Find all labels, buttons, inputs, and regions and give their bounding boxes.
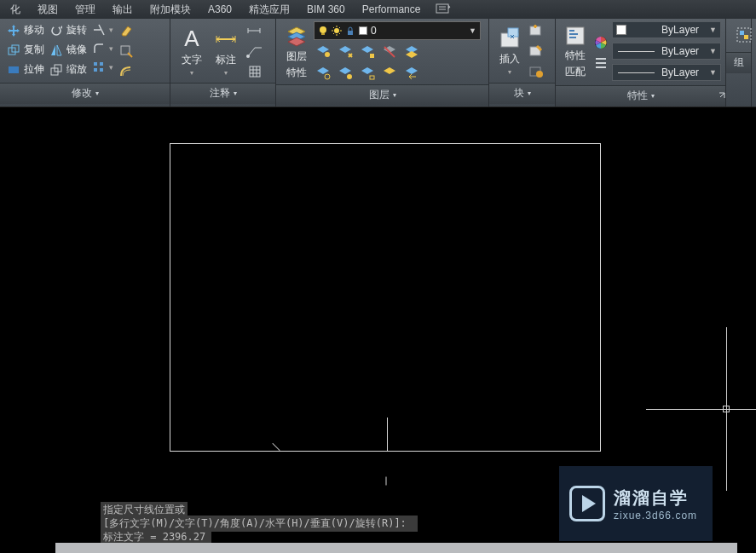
- chevron-down-icon: ▾: [190, 69, 193, 77]
- play-icon: [569, 486, 605, 521]
- leader-icon[interactable]: [245, 42, 264, 60]
- group-icon: [735, 23, 753, 49]
- mirror-label: 镜像: [66, 43, 87, 57]
- chevron-down-icon: ▼: [709, 68, 717, 77]
- layer-color-swatch: [359, 26, 367, 35]
- chevron-down-icon: ▼: [709, 26, 717, 34]
- properties-icon: [564, 25, 586, 47]
- fillet-button[interactable]: ▾: [90, 40, 115, 57]
- menu-output[interactable]: 输出: [104, 0, 141, 19]
- drawn-rectangle-small: [170, 418, 388, 452]
- mirror-icon: [49, 43, 63, 57]
- svg-rect-20: [370, 54, 374, 58]
- mirror-button[interactable]: 镜像: [48, 41, 89, 59]
- stretch-label: 拉伸: [24, 62, 44, 77]
- menu-manage[interactable]: 管理: [66, 0, 104, 19]
- group-button[interactable]: [731, 21, 756, 50]
- layer-thaw-icon[interactable]: [336, 64, 355, 83]
- rotate-button[interactable]: 旋转: [48, 21, 89, 39]
- layer-iso-icon[interactable]: [314, 43, 332, 61]
- edit-block-icon[interactable]: [527, 42, 545, 60]
- chevron-down-icon: ▼: [709, 47, 717, 55]
- scale-label: 缩放: [66, 62, 87, 77]
- menu-a360[interactable]: A360: [199, 0, 240, 19]
- panel-title-properties[interactable]: 特性▾: [556, 85, 725, 107]
- chevron-down-icon: ▾: [393, 91, 396, 99]
- menu-parametrize[interactable]: 化: [2, 0, 29, 19]
- layer-props-button[interactable]: 图层 特性: [281, 21, 312, 83]
- panel-title-annotate[interactable]: 注释▾: [170, 83, 275, 104]
- move-button[interactable]: 移动: [5, 21, 46, 39]
- layer-label2: 特性: [286, 66, 307, 80]
- array-button[interactable]: ▾: [90, 59, 115, 76]
- panel-title-block[interactable]: 块▾: [489, 83, 555, 104]
- table-icon[interactable]: [245, 62, 264, 81]
- trim-button[interactable]: ▾: [90, 21, 115, 38]
- scale-icon: [49, 63, 63, 77]
- text-icon: A: [179, 26, 205, 51]
- drawing-area[interactable]: 指定尺寸线位置或 [多行文字(M)/文字(T)/角度(A)/水平(H)/垂直(V…: [0, 109, 756, 521]
- lineweight-value: ByLayer: [661, 66, 699, 78]
- linetype-dropdown[interactable]: ByLayer ▼: [612, 43, 721, 60]
- svg-point-29: [536, 71, 543, 78]
- svg-text:A: A: [184, 26, 199, 51]
- menu-addins[interactable]: 附加模块: [141, 0, 199, 19]
- offset-icon[interactable]: [117, 62, 136, 81]
- text-button[interactable]: A 文字 ▾: [176, 21, 208, 81]
- insert-label: 插入: [499, 52, 520, 66]
- copy-button[interactable]: 复制: [5, 41, 46, 59]
- panel-title-modify[interactable]: 修改▾: [0, 83, 170, 104]
- color-dropdown[interactable]: ByLayer ▼: [612, 21, 721, 38]
- svg-rect-31: [569, 30, 574, 32]
- chevron-down-icon: ▾: [224, 69, 228, 77]
- linear-dim-icon[interactable]: [245, 21, 264, 40]
- layer-unlock-icon[interactable]: [358, 64, 377, 83]
- list-icon[interactable]: [592, 54, 610, 72]
- properties-button[interactable]: 特性 匹配: [561, 21, 590, 84]
- chevron-down-icon: ▾: [109, 26, 113, 34]
- layer-on-icon[interactable]: [380, 64, 399, 83]
- menu-performance[interactable]: Performance: [354, 0, 430, 19]
- layer-lock-icon[interactable]: [358, 43, 377, 61]
- svg-rect-16: [321, 33, 325, 35]
- watermark-title: 溜溜自学: [614, 487, 697, 510]
- drawn-rectangle-large: [170, 143, 601, 452]
- command-input-bar[interactable]: [55, 543, 737, 553]
- chevron-down-icon: ▾: [109, 63, 113, 72]
- panel-title-layers[interactable]: 图层▾: [276, 84, 488, 106]
- chevron-down-icon: ▾: [234, 89, 237, 97]
- menu-featured[interactable]: 精选应用: [240, 0, 298, 19]
- create-block-icon[interactable]: [527, 21, 545, 40]
- edit-attr-icon[interactable]: [527, 62, 545, 81]
- layer-label1: 图层: [286, 49, 307, 64]
- explode-icon[interactable]: [117, 42, 136, 60]
- panel-title-group[interactable]: 组: [726, 52, 751, 73]
- layer-freeze-icon[interactable]: [336, 43, 355, 61]
- layer-previous-icon[interactable]: [402, 64, 421, 83]
- watermark-url: zixue.3d66.com: [614, 510, 697, 521]
- rotate-label: 旋转: [66, 23, 87, 37]
- stretch-button[interactable]: 拉伸: [5, 60, 46, 78]
- svg-point-13: [246, 55, 250, 58]
- insert-block-button[interactable]: 插入 ▾: [494, 21, 525, 81]
- erase-icon[interactable]: [117, 21, 136, 40]
- layer-uniso-icon[interactable]: [314, 64, 332, 83]
- props-label1: 特性: [565, 49, 586, 63]
- lineweight-dropdown[interactable]: ByLayer ▼: [612, 64, 721, 81]
- svg-rect-7: [94, 62, 97, 66]
- panel-dropdown-icon[interactable]: [436, 3, 451, 15]
- linetype-preview: [618, 51, 655, 52]
- scale-button[interactable]: 缩放: [48, 60, 89, 78]
- dialog-launcher-icon[interactable]: [718, 92, 727, 101]
- current-layer-dropdown[interactable]: 0 ▼: [314, 21, 481, 40]
- layer-match-icon[interactable]: [402, 43, 421, 61]
- menu-bim360[interactable]: BIM 360: [298, 0, 354, 19]
- watermark: 溜溜自学 zixue.3d66.com: [559, 466, 713, 541]
- color-wheel-icon[interactable]: [592, 33, 610, 52]
- svg-point-19: [325, 52, 330, 57]
- dimension-button[interactable]: 标注 ▾: [210, 21, 242, 81]
- svg-point-22: [347, 74, 352, 79]
- dim-tick-right: [386, 477, 387, 486]
- layer-off-icon[interactable]: [380, 43, 399, 61]
- menu-view[interactable]: 视图: [29, 0, 66, 19]
